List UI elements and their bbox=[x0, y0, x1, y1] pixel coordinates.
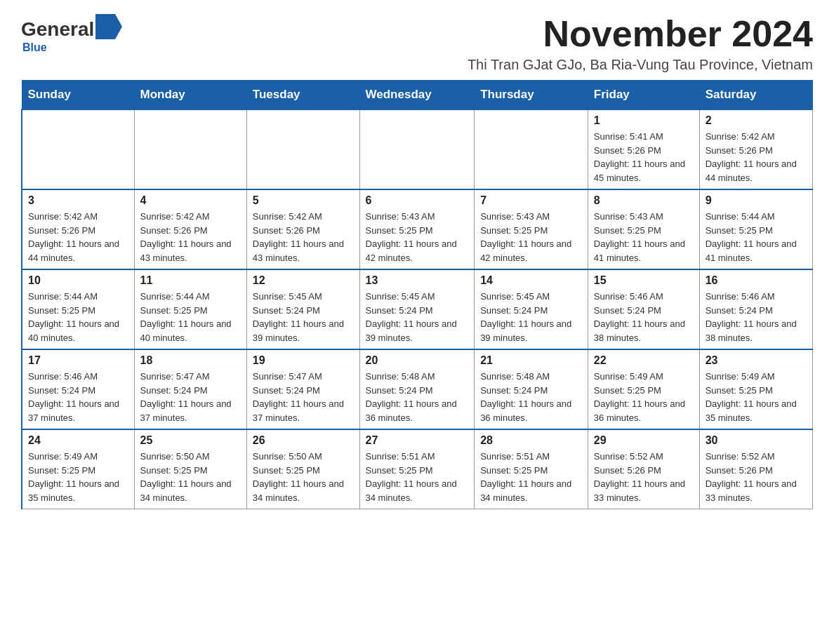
logo: General bbox=[21, 14, 122, 44]
calendar-body: 1Sunrise: 5:41 AM Sunset: 5:26 PM Daylig… bbox=[22, 109, 813, 509]
day-number: 18 bbox=[140, 354, 241, 367]
calendar-week-row: 1Sunrise: 5:41 AM Sunset: 5:26 PM Daylig… bbox=[22, 109, 813, 189]
table-row: 26Sunrise: 5:50 AM Sunset: 5:25 PM Dayli… bbox=[246, 429, 359, 509]
table-row: 7Sunrise: 5:43 AM Sunset: 5:25 PM Daylig… bbox=[475, 189, 588, 269]
day-number: 9 bbox=[706, 194, 807, 207]
col-friday: Friday bbox=[588, 81, 699, 110]
day-info: Sunrise: 5:47 AM Sunset: 5:24 PM Dayligh… bbox=[140, 370, 241, 424]
day-number: 10 bbox=[28, 274, 128, 287]
day-info: Sunrise: 5:46 AM Sunset: 5:24 PM Dayligh… bbox=[594, 290, 694, 344]
day-number: 25 bbox=[140, 434, 241, 447]
day-number: 24 bbox=[28, 434, 128, 447]
table-row: 30Sunrise: 5:52 AM Sunset: 5:26 PM Dayli… bbox=[699, 429, 812, 509]
table-row: 9Sunrise: 5:44 AM Sunset: 5:25 PM Daylig… bbox=[699, 189, 812, 269]
day-number: 8 bbox=[594, 194, 694, 207]
calendar-week-row: 24Sunrise: 5:49 AM Sunset: 5:25 PM Dayli… bbox=[22, 429, 813, 509]
day-number: 7 bbox=[480, 194, 582, 207]
table-row bbox=[134, 109, 246, 189]
day-info: Sunrise: 5:51 AM Sunset: 5:25 PM Dayligh… bbox=[480, 450, 582, 504]
day-number: 17 bbox=[28, 354, 128, 367]
calendar-week-row: 10Sunrise: 5:44 AM Sunset: 5:25 PM Dayli… bbox=[22, 269, 813, 349]
col-monday: Monday bbox=[134, 81, 246, 110]
day-number: 12 bbox=[253, 274, 354, 287]
day-info: Sunrise: 5:46 AM Sunset: 5:24 PM Dayligh… bbox=[28, 370, 128, 424]
day-info: Sunrise: 5:44 AM Sunset: 5:25 PM Dayligh… bbox=[28, 290, 128, 344]
day-info: Sunrise: 5:42 AM Sunset: 5:26 PM Dayligh… bbox=[706, 130, 807, 185]
col-saturday: Saturday bbox=[699, 81, 812, 110]
day-number: 29 bbox=[594, 434, 694, 447]
header-area: General Blue November 2024 Thi Tran GJat… bbox=[21, 14, 813, 73]
day-info: Sunrise: 5:48 AM Sunset: 5:24 PM Dayligh… bbox=[366, 370, 469, 424]
table-row: 22Sunrise: 5:49 AM Sunset: 5:25 PM Dayli… bbox=[588, 349, 699, 429]
day-info: Sunrise: 5:43 AM Sunset: 5:25 PM Dayligh… bbox=[366, 210, 469, 264]
table-row: 27Sunrise: 5:51 AM Sunset: 5:25 PM Dayli… bbox=[359, 429, 475, 509]
day-number: 13 bbox=[366, 274, 469, 287]
svg-marker-1 bbox=[115, 14, 122, 39]
day-number: 6 bbox=[366, 194, 469, 207]
table-row bbox=[22, 109, 134, 189]
day-info: Sunrise: 5:41 AM Sunset: 5:26 PM Dayligh… bbox=[594, 130, 694, 185]
day-info: Sunrise: 5:50 AM Sunset: 5:25 PM Dayligh… bbox=[253, 450, 354, 504]
day-number: 16 bbox=[706, 274, 807, 287]
day-info: Sunrise: 5:45 AM Sunset: 5:24 PM Dayligh… bbox=[366, 290, 469, 344]
table-row: 4Sunrise: 5:42 AM Sunset: 5:26 PM Daylig… bbox=[134, 189, 246, 269]
day-info: Sunrise: 5:49 AM Sunset: 5:25 PM Dayligh… bbox=[706, 370, 807, 424]
table-row: 29Sunrise: 5:52 AM Sunset: 5:26 PM Dayli… bbox=[588, 429, 699, 509]
day-info: Sunrise: 5:44 AM Sunset: 5:25 PM Dayligh… bbox=[140, 290, 241, 344]
calendar-week-row: 17Sunrise: 5:46 AM Sunset: 5:24 PM Dayli… bbox=[22, 349, 813, 429]
title-area: November 2024 Thi Tran GJat GJo, Ba Ria-… bbox=[468, 14, 813, 73]
day-info: Sunrise: 5:43 AM Sunset: 5:25 PM Dayligh… bbox=[594, 210, 694, 264]
day-number: 19 bbox=[253, 354, 354, 367]
subtitle: Thi Tran GJat GJo, Ba Ria-Vung Tau Provi… bbox=[468, 57, 813, 73]
day-info: Sunrise: 5:46 AM Sunset: 5:24 PM Dayligh… bbox=[706, 290, 807, 344]
logo-underline: Blue bbox=[22, 41, 47, 54]
day-info: Sunrise: 5:49 AM Sunset: 5:25 PM Dayligh… bbox=[28, 450, 128, 504]
table-row: 16Sunrise: 5:46 AM Sunset: 5:24 PM Dayli… bbox=[699, 269, 812, 349]
day-info: Sunrise: 5:52 AM Sunset: 5:26 PM Dayligh… bbox=[594, 450, 694, 504]
table-row: 6Sunrise: 5:43 AM Sunset: 5:25 PM Daylig… bbox=[359, 189, 475, 269]
day-info: Sunrise: 5:42 AM Sunset: 5:26 PM Dayligh… bbox=[253, 210, 354, 264]
table-row: 8Sunrise: 5:43 AM Sunset: 5:25 PM Daylig… bbox=[588, 189, 699, 269]
day-number: 1 bbox=[594, 114, 694, 127]
table-row: 11Sunrise: 5:44 AM Sunset: 5:25 PM Dayli… bbox=[134, 269, 246, 349]
day-number: 14 bbox=[480, 274, 582, 287]
day-info: Sunrise: 5:45 AM Sunset: 5:24 PM Dayligh… bbox=[253, 290, 354, 344]
day-info: Sunrise: 5:44 AM Sunset: 5:25 PM Dayligh… bbox=[706, 210, 807, 264]
table-row: 13Sunrise: 5:45 AM Sunset: 5:24 PM Dayli… bbox=[359, 269, 475, 349]
table-row: 17Sunrise: 5:46 AM Sunset: 5:24 PM Dayli… bbox=[22, 349, 134, 429]
table-row: 24Sunrise: 5:49 AM Sunset: 5:25 PM Dayli… bbox=[22, 429, 134, 509]
day-info: Sunrise: 5:47 AM Sunset: 5:24 PM Dayligh… bbox=[253, 370, 354, 424]
col-tuesday: Tuesday bbox=[246, 81, 359, 110]
page-wrapper: General Blue November 2024 Thi Tran GJat… bbox=[0, 0, 834, 530]
day-number: 15 bbox=[594, 274, 694, 287]
table-row bbox=[475, 109, 588, 189]
day-info: Sunrise: 5:50 AM Sunset: 5:25 PM Dayligh… bbox=[140, 450, 241, 504]
day-info: Sunrise: 5:51 AM Sunset: 5:25 PM Dayligh… bbox=[366, 450, 469, 504]
day-number: 20 bbox=[366, 354, 469, 367]
table-row: 19Sunrise: 5:47 AM Sunset: 5:24 PM Dayli… bbox=[246, 349, 359, 429]
day-info: Sunrise: 5:52 AM Sunset: 5:26 PM Dayligh… bbox=[706, 450, 807, 504]
day-number: 23 bbox=[706, 354, 807, 367]
col-wednesday: Wednesday bbox=[359, 81, 475, 110]
table-row: 3Sunrise: 5:42 AM Sunset: 5:26 PM Daylig… bbox=[22, 189, 134, 269]
day-info: Sunrise: 5:45 AM Sunset: 5:24 PM Dayligh… bbox=[480, 290, 582, 344]
col-sunday: Sunday bbox=[22, 81, 134, 110]
table-row: 2Sunrise: 5:42 AM Sunset: 5:26 PM Daylig… bbox=[699, 109, 812, 189]
svg-rect-0 bbox=[95, 14, 115, 39]
logo-icon bbox=[95, 14, 122, 39]
day-info: Sunrise: 5:42 AM Sunset: 5:26 PM Dayligh… bbox=[140, 210, 241, 264]
logo-blue-block bbox=[95, 14, 122, 44]
day-number: 21 bbox=[480, 354, 582, 367]
day-number: 22 bbox=[594, 354, 694, 367]
day-number: 26 bbox=[253, 434, 354, 447]
day-number: 27 bbox=[366, 434, 469, 447]
table-row: 14Sunrise: 5:45 AM Sunset: 5:24 PM Dayli… bbox=[475, 269, 588, 349]
calendar-header: Sunday Monday Tuesday Wednesday Thursday… bbox=[22, 81, 813, 110]
table-row bbox=[359, 109, 475, 189]
day-info: Sunrise: 5:42 AM Sunset: 5:26 PM Dayligh… bbox=[28, 210, 128, 264]
col-thursday: Thursday bbox=[475, 81, 588, 110]
table-row: 20Sunrise: 5:48 AM Sunset: 5:24 PM Dayli… bbox=[359, 349, 475, 429]
day-number: 5 bbox=[253, 194, 354, 207]
logo-area: General Blue bbox=[21, 14, 122, 54]
table-row: 25Sunrise: 5:50 AM Sunset: 5:25 PM Dayli… bbox=[134, 429, 246, 509]
